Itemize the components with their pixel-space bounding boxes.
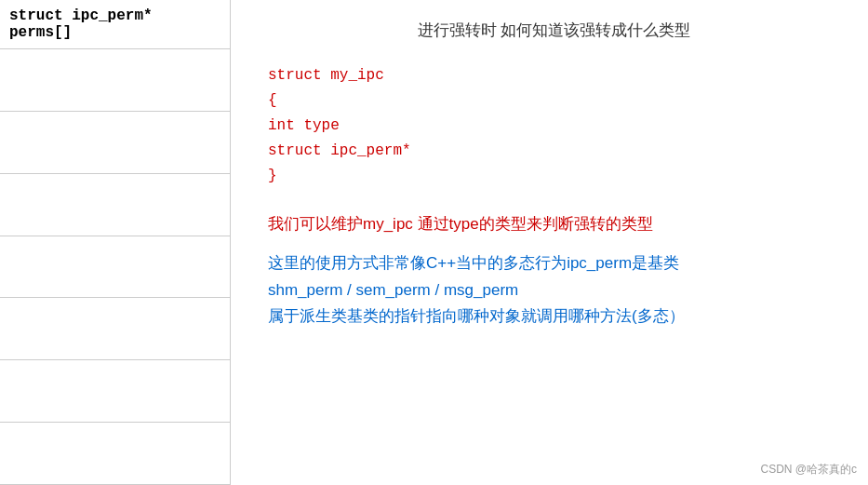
question-text: 进行强转时 如何知道该强转成什么类型 [268,19,840,43]
grid-row [0,360,230,423]
code-line-1: struct my_ipc [268,63,840,88]
detail-line-1: 这里的使用方式非常像C++当中的多态行为ipc_perm是基类 [268,250,840,277]
left-panel: struct ipc_perm* perms[] [0,0,231,485]
grid-row [0,236,230,299]
detail-line-2: shm_perm / sem_perm / msg_perm [268,277,840,304]
code-line-5: } [268,164,840,189]
grid-row [0,112,230,174]
code-line-3: int type [268,114,840,139]
main-container: struct ipc_perm* perms[] 进行强转时 如何知道该强转成什… [0,0,868,485]
code-block: struct my_ipc { int type struct ipc_perm… [268,63,840,190]
grid-rows [0,49,230,485]
detail-line-3: 属于派生类基类的指针指向哪种对象就调用哪种方法(多态） [268,303,840,330]
watermark: CSDN @哈茶真的c [760,462,857,478]
grid-row [0,423,230,485]
code-line-4: struct ipc_perm* [268,139,840,164]
struct-label: struct ipc_perm* perms[] [0,0,230,49]
grid-row [0,174,230,236]
code-line-2: { [268,88,840,114]
description-text: 我们可以维护my_ipc 通过type的类型来判断强转的类型 [268,211,840,236]
grid-row [0,298,230,360]
grid-row [0,49,230,112]
right-panel: 进行强转时 如何知道该强转成什么类型 struct my_ipc { int t… [231,0,868,485]
detail-text: 这里的使用方式非常像C++当中的多态行为ipc_perm是基类 shm_perm… [268,250,840,331]
